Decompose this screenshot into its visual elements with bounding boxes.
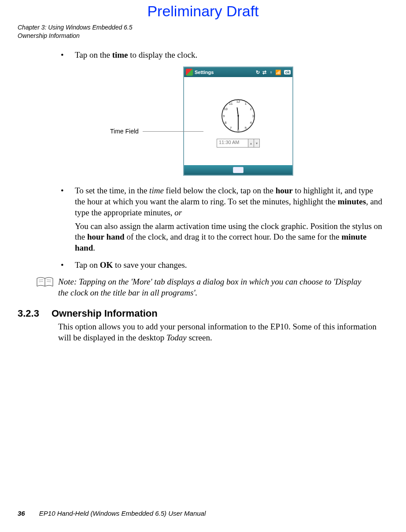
bold-time: time	[112, 50, 128, 59]
time-field[interactable]: 11:30 AM ▴ ▾	[217, 139, 260, 148]
book-icon	[36, 277, 54, 288]
time-spinner: ▴ ▾	[248, 139, 259, 147]
page: Preliminary Draft Chapter 3: Using Windo…	[0, 0, 406, 532]
bottom-menubar	[184, 165, 292, 175]
clock-num-11: 11	[229, 102, 233, 106]
bullet-list-1: Tap on the time to display the clock.	[58, 50, 385, 61]
clock-num-4: 4	[250, 121, 251, 125]
antenna-icon[interactable]: ♀	[269, 70, 273, 75]
note-label: Note:	[58, 277, 77, 286]
figure: Time Field Settings ↻ ⇄ ♀ 📶 ok	[58, 66, 385, 176]
device-screenshot: Settings ↻ ⇄ ♀ 📶 ok 12 1 2	[183, 66, 293, 176]
titlebar: Settings ↻ ⇄ ♀ 📶 ok	[184, 67, 292, 77]
device-body: 12 1 2 3 4 5 6 7 8 9 10 11	[184, 77, 292, 165]
bullet-tap-ok: Tap on OK to save your changes.	[58, 260, 385, 271]
section-heading: 3.2.3 Ownership Information	[18, 307, 385, 320]
bullet-tap-time: Tap on the time to display the clock.	[58, 50, 385, 61]
text: Tap on the	[75, 50, 112, 59]
text: of the clock, and drag it to the correct…	[125, 232, 342, 241]
running-head: Chapter 3: Using Windows Embedded 6.5 Ow…	[18, 23, 388, 40]
titlebar-left: Settings	[186, 69, 214, 76]
sync-icon[interactable]: ↻	[256, 70, 260, 75]
volume-icon[interactable]: 📶	[275, 70, 281, 75]
text: to display the clock.	[128, 50, 198, 59]
spin-down-button[interactable]: ▾	[254, 139, 259, 147]
analog-clock[interactable]: 12 1 2 3 4 5 6 7 8 9 10 11	[220, 97, 257, 134]
note-body: Tapping on the 'More' tab displays a dia…	[58, 277, 361, 297]
clock-num-3: 3	[252, 115, 254, 118]
bold-hour: hour	[276, 186, 293, 195]
bold-ok: OK	[100, 260, 113, 270]
keyboard-icon[interactable]	[233, 167, 244, 173]
section-line: Ownership Information	[18, 32, 388, 40]
time-value[interactable]: 11:30 AM	[217, 139, 248, 147]
manual-title: EP10 Hand-Held (Windows Embedded 6.5) Us…	[39, 510, 206, 517]
titlebar-title: Settings	[195, 70, 214, 75]
clock-num-1: 1	[245, 102, 247, 106]
bold-hour-hand: hour hand	[87, 232, 125, 241]
italic-or: or	[174, 208, 182, 217]
bullet-list-2: To set the time, in the time field below…	[58, 185, 385, 270]
note: Note: Tapping on the 'More' tab displays…	[36, 277, 385, 298]
clock-num-10: 10	[224, 107, 227, 111]
section-number: 3.2.3	[18, 307, 39, 320]
clock-num-12: 12	[236, 100, 240, 103]
italic-today: Today	[166, 333, 187, 342]
content-area: Tap on the time to display the clock. Ti…	[58, 50, 385, 344]
callout-time-field: Time Field	[110, 127, 139, 135]
chapter-line: Chapter 3: Using Windows Embedded 6.5	[18, 23, 388, 32]
text: field below the clock, tap on the	[164, 186, 276, 195]
clock-num-2: 2	[250, 107, 251, 111]
spin-up-button[interactable]: ▴	[248, 139, 254, 147]
text: Tap on	[75, 260, 100, 270]
preliminary-draft-label: Preliminary Draft	[18, 0, 388, 20]
section-title: Ownership Information	[52, 307, 158, 320]
clock-num-5: 5	[245, 126, 247, 130]
connection-icon[interactable]: ⇄	[262, 70, 266, 75]
clock-num-9: 9	[223, 115, 225, 118]
ok-button[interactable]: ok	[284, 70, 291, 74]
text: screen.	[187, 333, 212, 342]
page-number: 36	[18, 510, 25, 517]
start-flag-icon[interactable]	[186, 69, 193, 76]
text: to save your changes.	[113, 260, 187, 270]
note-text: Note: Tapping on the 'More' tab displays…	[58, 277, 366, 298]
titlebar-status-icons: ↻ ⇄ ♀ 📶 ok	[256, 70, 291, 75]
text: To set the time, in the	[75, 186, 149, 195]
text: This option allows you to add your perso…	[58, 322, 376, 342]
bullet-set-time-alt: You can also assign the alarm activation…	[75, 221, 385, 254]
text: .	[93, 243, 95, 252]
bullet-set-time: To set the time, in the time field below…	[58, 185, 385, 253]
bold-minutes: min­utes	[338, 197, 366, 206]
page-footer: 36 EP10 Hand-Held (Windows Embedded 6.5)…	[18, 510, 206, 517]
section-body: This option allows you to add your perso…	[58, 321, 385, 343]
italic-time: time	[149, 186, 164, 195]
clock-num-8: 8	[225, 121, 226, 125]
svg-point-1	[237, 115, 239, 117]
clock-num-7: 7	[230, 126, 232, 130]
callout-leader-line	[143, 131, 203, 132]
